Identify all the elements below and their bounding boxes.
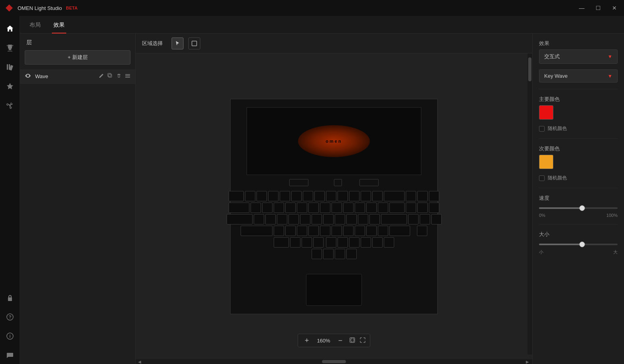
effect-label: 效果	[539, 40, 618, 47]
scroll-right-arrow[interactable]: ▶	[524, 360, 531, 364]
key	[326, 191, 336, 201]
canvas-area: 区域选择	[136, 33, 532, 364]
speed-slider-thumb[interactable]	[579, 205, 585, 211]
random-color-1-checkbox[interactable]	[539, 126, 545, 132]
key	[346, 249, 357, 259]
zoom-in-button[interactable]: +	[302, 336, 312, 345]
key	[332, 203, 342, 213]
key-row-1	[241, 191, 427, 201]
layers-header: 层	[20, 33, 135, 50]
primary-color-section: 主要颜色	[539, 96, 618, 120]
rectangle-tool[interactable]	[188, 37, 200, 49]
nav-trophy[interactable]	[2, 40, 18, 56]
secondary-color-section: 次要颜色	[539, 145, 618, 169]
pointer-tool[interactable]	[172, 37, 184, 49]
key-row-6	[241, 249, 427, 259]
fit-screen-icon[interactable]	[349, 337, 355, 344]
key	[384, 191, 405, 201]
effect-type-dropdown[interactable]: 交互式 ▼	[539, 49, 618, 64]
key	[268, 191, 278, 201]
fn-key-2	[334, 179, 342, 186]
nav-lock[interactable]	[2, 290, 18, 306]
maximize-button[interactable]: ☐	[593, 4, 603, 12]
gap	[411, 226, 416, 236]
svg-rect-11	[108, 73, 111, 77]
key	[343, 203, 353, 213]
effect-type-value: 交互式	[544, 53, 560, 60]
svg-marker-0	[6, 4, 13, 12]
key-row-2	[241, 203, 427, 213]
divider-4	[539, 224, 618, 224]
key	[262, 203, 273, 213]
key	[291, 191, 302, 201]
key	[312, 214, 322, 224]
divider-2	[539, 138, 618, 139]
key	[349, 191, 359, 201]
svg-rect-14	[125, 77, 130, 78]
size-slider-thumb[interactable]	[579, 242, 585, 247]
nav-chat[interactable]	[2, 347, 18, 363]
key	[288, 214, 299, 224]
key	[312, 249, 322, 259]
key	[384, 237, 394, 248]
key	[229, 203, 249, 213]
minimize-button[interactable]: —	[577, 4, 587, 12]
key	[332, 226, 342, 236]
layer-visibility-icon[interactable]	[25, 73, 31, 80]
key	[429, 203, 439, 213]
zoom-out-button[interactable]: −	[336, 336, 345, 345]
speed-min-label: 0%	[539, 213, 545, 218]
canvas-scrollbar-right[interactable]	[527, 53, 532, 354]
layer-menu-icon[interactable]	[125, 73, 130, 80]
fullscreen-icon[interactable]	[359, 337, 366, 344]
scroll-left-arrow[interactable]: ◀	[136, 360, 143, 364]
key	[274, 203, 284, 213]
layer-copy-icon[interactable]	[107, 73, 113, 80]
key	[320, 203, 330, 213]
horizontal-scrollbar-thumb[interactable]	[322, 360, 346, 363]
key	[335, 249, 345, 259]
layer-delete-icon[interactable]	[116, 73, 122, 80]
scrollbar-thumb-right[interactable]	[528, 57, 531, 81]
secondary-color-swatch[interactable]	[539, 155, 553, 169]
nav-star[interactable]	[2, 78, 18, 94]
fn-key-3	[359, 179, 379, 186]
key-row-3	[241, 214, 427, 224]
key	[254, 214, 264, 224]
key	[245, 191, 255, 201]
nav-help[interactable]: ?	[2, 309, 18, 325]
key	[378, 226, 388, 236]
svg-text:?: ?	[8, 315, 11, 319]
key	[378, 203, 388, 213]
random-color-1-label: 随机颜色	[548, 125, 567, 132]
speed-slider-track[interactable]	[539, 207, 618, 209]
tab-layout[interactable]: 布局	[28, 18, 42, 33]
nav-library[interactable]	[2, 59, 18, 75]
title-bar-left: OMEN Light Studio BETA	[5, 4, 77, 12]
canvas-viewport[interactable]: omen	[136, 53, 532, 359]
random-color-2-checkbox[interactable]	[539, 175, 545, 181]
primary-color-swatch[interactable]	[539, 105, 553, 120]
region-select-bar: 区域选择	[136, 33, 532, 53]
nav-network[interactable]	[2, 97, 18, 113]
key	[417, 203, 428, 213]
tab-effects[interactable]: 效果	[52, 18, 66, 33]
key	[320, 226, 330, 236]
key	[297, 203, 307, 213]
new-layer-button[interactable]: + 新建层	[25, 50, 130, 65]
speed-slider-fill	[539, 207, 582, 209]
nav-home[interactable]	[2, 21, 18, 37]
close-button[interactable]: ✕	[610, 4, 619, 12]
primary-color-row	[539, 105, 618, 120]
layer-edit-icon[interactable]	[99, 73, 104, 80]
zoom-bar: + 160% −	[298, 334, 370, 347]
canvas-scrollbar-bottom[interactable]: ◀ ▶	[136, 359, 532, 364]
size-slider-track[interactable]	[539, 244, 618, 245]
key	[308, 226, 319, 236]
key	[349, 237, 359, 248]
key	[303, 191, 313, 201]
svg-rect-10	[109, 74, 112, 77]
nav-info[interactable]: i	[2, 328, 18, 344]
layer-actions	[99, 73, 130, 80]
effect-subtype-dropdown[interactable]: Key Wave ▼	[539, 69, 618, 83]
